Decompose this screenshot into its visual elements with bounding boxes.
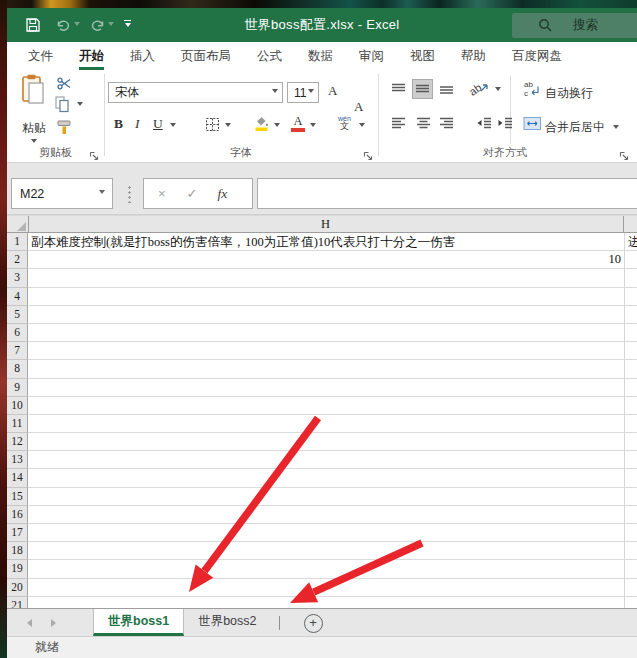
wrap-text-label[interactable]: 自动换行 bbox=[545, 85, 593, 102]
grid-row[interactable]: 6 bbox=[7, 324, 637, 342]
increase-indent-button[interactable] bbox=[497, 116, 514, 134]
row-header[interactable]: 12 bbox=[7, 433, 28, 451]
row-header[interactable]: 19 bbox=[7, 560, 28, 578]
tab-formulas[interactable]: 公式 bbox=[244, 42, 295, 70]
tab-page-layout[interactable]: 页面布局 bbox=[168, 42, 244, 70]
underline-dropdown-icon[interactable] bbox=[170, 123, 176, 130]
row-header[interactable]: 20 bbox=[7, 579, 28, 597]
row-header[interactable]: 8 bbox=[7, 360, 28, 378]
grid-row[interactable]: 13 bbox=[7, 451, 637, 469]
column-header-H[interactable]: H bbox=[28, 216, 624, 232]
select-all-corner[interactable] bbox=[7, 216, 29, 232]
sheet-tab-world-boss1[interactable]: 世界boss1 bbox=[93, 609, 184, 636]
column-header-I-partial[interactable] bbox=[624, 216, 637, 232]
tab-review[interactable]: 审阅 bbox=[346, 42, 397, 70]
formula-input[interactable] bbox=[257, 178, 637, 209]
grid-row[interactable]: 11 bbox=[7, 415, 637, 433]
format-painter-button[interactable] bbox=[57, 120, 72, 139]
tab-data[interactable]: 数据 bbox=[295, 42, 346, 70]
sheet-tab-world-boss2[interactable]: 世界boss2 bbox=[184, 609, 270, 636]
name-box[interactable]: M22 bbox=[11, 178, 113, 209]
font-dialog-launcher[interactable] bbox=[363, 147, 374, 158]
paste-label[interactable]: 粘贴 bbox=[15, 120, 53, 137]
tab-view[interactable]: 视图 bbox=[397, 42, 448, 70]
cell-H1-text[interactable]: 副本难度控制(就是打boss的伤害倍率，100为正常值)10代表只打十分之一伤害 bbox=[31, 233, 455, 251]
fill-color-dropdown-icon[interactable] bbox=[274, 123, 280, 130]
tab-insert[interactable]: 插入 bbox=[117, 42, 168, 70]
top-align-button[interactable] bbox=[390, 82, 407, 100]
row-header[interactable]: 7 bbox=[7, 342, 28, 360]
font-size-dropdown-icon[interactable] bbox=[308, 89, 314, 96]
cell-H2-value[interactable]: 10 bbox=[28, 251, 621, 269]
grid-row[interactable]: 20 bbox=[7, 579, 637, 597]
row-header[interactable]: 9 bbox=[7, 379, 28, 397]
tab-help[interactable]: 帮助 bbox=[448, 42, 499, 70]
merge-center-label[interactable]: 合并后居中 bbox=[545, 119, 605, 136]
row-header[interactable]: 18 bbox=[7, 542, 28, 560]
sheet-nav-right-icon[interactable] bbox=[51, 619, 60, 627]
align-left-button[interactable] bbox=[390, 116, 407, 134]
row-header[interactable]: 13 bbox=[7, 451, 28, 469]
grid-row[interactable]: 12 bbox=[7, 433, 637, 451]
grid-row[interactable]: 10 bbox=[7, 397, 637, 415]
font-size-combobox[interactable]: 11 bbox=[287, 82, 319, 103]
borders-button[interactable] bbox=[205, 117, 220, 136]
decrease-font-size-button[interactable]: A bbox=[354, 99, 637, 115]
phonetic-guide-button[interactable]: wén 文 bbox=[338, 115, 351, 131]
orientation-button[interactable]: ab bbox=[468, 79, 490, 101]
merge-center-dropdown-icon[interactable] bbox=[613, 125, 619, 132]
row-header[interactable]: 2 bbox=[7, 251, 28, 269]
align-right-button[interactable] bbox=[438, 116, 455, 134]
copy-dropdown-icon[interactable] bbox=[77, 102, 83, 109]
clipboard-dialog-launcher[interactable] bbox=[89, 147, 100, 158]
row-header[interactable]: 5 bbox=[7, 306, 28, 324]
borders-dropdown-icon[interactable] bbox=[225, 123, 231, 130]
merge-center-button[interactable] bbox=[523, 116, 542, 135]
search-box[interactable]: 搜索 bbox=[512, 13, 637, 38]
insert-function-button[interactable]: fx bbox=[218, 186, 228, 202]
italic-button[interactable]: I bbox=[135, 116, 140, 132]
underline-button[interactable]: U bbox=[153, 116, 163, 132]
grid-row[interactable]: 4 bbox=[7, 288, 637, 306]
cut-button[interactable] bbox=[57, 76, 72, 95]
grid-row[interactable]: 14 bbox=[7, 469, 637, 487]
paste-button[interactable] bbox=[21, 74, 47, 110]
sheet-nav-left-icon[interactable] bbox=[23, 619, 32, 627]
copy-button[interactable] bbox=[55, 96, 70, 117]
grid-row[interactable]: 18 bbox=[7, 542, 637, 560]
grid-row[interactable]: 16 bbox=[7, 506, 637, 524]
row-header[interactable]: 14 bbox=[7, 469, 28, 487]
grid-row[interactable]: 5 bbox=[7, 306, 637, 324]
row-header[interactable]: 3 bbox=[7, 269, 28, 287]
bold-button[interactable]: B bbox=[114, 116, 123, 132]
grid-row[interactable]: 17 bbox=[7, 524, 637, 542]
bottom-align-button[interactable] bbox=[438, 82, 455, 100]
row-header[interactable]: 16 bbox=[7, 506, 28, 524]
tab-file[interactable]: 文件 bbox=[15, 42, 66, 70]
font-name-dropdown-icon[interactable] bbox=[272, 89, 278, 96]
fill-color-button[interactable] bbox=[253, 115, 270, 136]
row-header[interactable]: 1 bbox=[7, 233, 28, 251]
middle-align-button[interactable] bbox=[413, 80, 432, 98]
cell-I1-partial-text[interactable]: 进 bbox=[628, 233, 637, 251]
cancel-button[interactable]: × bbox=[158, 186, 166, 201]
grid-row[interactable]: 9 bbox=[7, 379, 637, 397]
alignment-dialog-launcher[interactable] bbox=[619, 147, 630, 158]
row-header[interactable]: 6 bbox=[7, 324, 28, 342]
row-header[interactable]: 17 bbox=[7, 524, 28, 542]
row-header[interactable]: 11 bbox=[7, 415, 28, 433]
wrap-text-button[interactable]: ab c bbox=[523, 80, 542, 101]
grid-row[interactable]: 8 bbox=[7, 360, 637, 378]
align-center-button[interactable] bbox=[415, 116, 432, 134]
orientation-dropdown-icon[interactable] bbox=[495, 87, 501, 94]
font-color-dropdown-icon[interactable] bbox=[310, 123, 316, 130]
formula-bar-grip[interactable] bbox=[128, 185, 131, 203]
row-header[interactable]: 15 bbox=[7, 488, 28, 506]
font-name-combobox[interactable]: 宋体 bbox=[108, 82, 283, 103]
tab-baidu-netdisk[interactable]: 百度网盘 bbox=[499, 42, 575, 70]
tab-home[interactable]: 开始 bbox=[66, 42, 117, 70]
grid-row[interactable]: 15 bbox=[7, 488, 637, 506]
row-header[interactable]: 10 bbox=[7, 397, 28, 415]
grid-row[interactable]: 21 bbox=[7, 597, 637, 608]
phonetic-dropdown-icon[interactable] bbox=[359, 123, 365, 130]
